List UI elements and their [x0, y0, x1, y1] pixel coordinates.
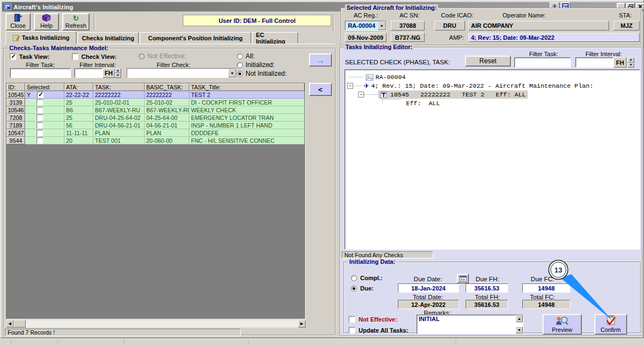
ac-reg-value: RA-00004 — [345, 21, 378, 30]
spinner-down-icon[interactable]: ▼ — [115, 73, 121, 78]
col-header-selected[interactable]: Selected: — [25, 83, 64, 91]
reset-button[interactable]: Reset — [465, 56, 511, 66]
filter-task-input[interactable] — [10, 68, 71, 78]
col-header-basic-task[interactable]: BASIC_TASK: — [145, 83, 189, 91]
not-effective-radio[interactable] — [139, 53, 145, 59]
col-header-task-title[interactable]: TASK_Title: — [189, 83, 305, 91]
cell-task-title: EMERGENCY LOCATOR TRAN — [189, 114, 305, 122]
table-row[interactable]: 10545 Y 22-22-22 22222222 22222222 TEST … — [7, 91, 305, 99]
interval-spinner[interactable]: ▲▼ — [115, 68, 121, 78]
refresh-toolbar-button[interactable]: ↻ Refresh — [62, 13, 90, 31]
tab-checks-initializing[interactable]: Checks Initializing — [77, 32, 139, 44]
cell-selected — [25, 129, 64, 137]
compl-radio[interactable] — [351, 275, 357, 281]
tab-components-position-initializing[interactable]: Component's Position Initializing — [140, 32, 251, 44]
spinner-up-icon[interactable]: ▲ — [628, 57, 634, 63]
table-row[interactable]: 7208 25 DRU-04-25-64-02 04-25-64-00 EMER… — [7, 114, 305, 122]
table-row[interactable]: 10547 11-11-11 PLAN PLAN DDDDEFE — [7, 129, 305, 137]
all-radio-label: All: — [246, 52, 255, 60]
tree-item-amp[interactable]: − ✈ 4; Rev.: 15; Date: 09-Mar-2022 - Air… — [347, 82, 593, 90]
table-row[interactable]: 7189 56 DRU-04-56-21-01 04-56-21-01 INSP… — [7, 122, 305, 129]
app-icon — [4, 3, 11, 10]
row-checkbox[interactable] — [37, 130, 43, 136]
toolbar-separator — [94, 13, 95, 31]
selected-flag: Y — [27, 92, 31, 98]
ac-reg-label: AC Reg.: — [354, 12, 378, 19]
spinner-up-icon[interactable]: ▲ — [115, 68, 121, 73]
tree-item-task[interactable]: − 10545 22222222 TEST 2 Eff: ALL — [358, 90, 528, 99]
table-row[interactable]: 3139 25 25-010-02-01 25-010-02 DI - COCK… — [7, 99, 305, 106]
chevron-down-icon[interactable]: ▼ — [378, 21, 386, 30]
not-initialized-radio[interactable] — [237, 71, 243, 77]
col-header-id[interactable]: ID: — [7, 83, 25, 91]
tab-tasks-initializing[interactable]: Tasks Initializing — [5, 31, 76, 44]
row-checkbox[interactable] — [37, 92, 44, 98]
tree-item-aircraft[interactable]: RA-00004 — [349, 73, 406, 81]
close-toolbar-button[interactable]: Close — [5, 13, 31, 31]
maintenance-model-group: Checks-Tasks Maintenance Model: Task Vie… — [3, 48, 336, 336]
move-left-button[interactable]: < — [309, 83, 332, 96]
col-header-task[interactable]: TASK: — [93, 83, 145, 91]
update-all-tasks-checkbox[interactable] — [349, 327, 355, 334]
task-view-label: Task View: — [19, 53, 50, 60]
cell-selected — [25, 122, 64, 129]
collapse-icon[interactable]: − — [347, 83, 353, 89]
ac-reg-combobox[interactable]: RA-00004 ▼ — [345, 21, 386, 31]
check-view-checkbox[interactable] — [72, 53, 79, 60]
row-checkbox[interactable] — [37, 122, 43, 129]
scrollbar-thumb[interactable] — [14, 320, 26, 328]
all-radio[interactable] — [237, 53, 243, 59]
check-task-tree[interactable]: RA-00004 − ✈ 4; Rev.: 15; Date: 09-Mar-2… — [344, 69, 640, 250]
due-radio[interactable] — [351, 286, 357, 292]
callout-13: 13 — [539, 256, 631, 332]
tab-label: Tasks Initializing — [22, 34, 69, 41]
help-label: Help — [40, 22, 53, 29]
table-hscrollbar[interactable]: ◀ ▶ — [6, 320, 306, 328]
scroll-down-icon[interactable]: ▼ — [516, 326, 523, 334]
editor-filter-interval-input[interactable] — [575, 57, 613, 68]
due-fh-input[interactable]: 35616.53 — [466, 283, 508, 293]
cell-basic-task: PLAN — [145, 129, 189, 137]
task-view-checkbox[interactable] — [10, 53, 16, 60]
scroll-up-icon[interactable]: ▲ — [516, 315, 523, 322]
chevron-down-icon[interactable]: ▼ — [228, 69, 236, 77]
cell-ata: 25 — [64, 114, 93, 122]
records-status-bar: Found 7 Records ! — [5, 329, 241, 336]
operator-name-label: Operator Name: — [503, 12, 546, 19]
cell-id: 9544 — [7, 137, 25, 144]
move-right-button[interactable]: → — [309, 53, 332, 66]
initialized-radio[interactable] — [237, 62, 243, 68]
scroll-left-icon[interactable]: ◀ — [6, 320, 14, 328]
left-arrow-icon: < — [318, 86, 323, 94]
help-toolbar-button[interactable]: Help — [34, 13, 59, 31]
tab-ec-initializing[interactable]: EC Initializing — [252, 32, 298, 44]
amp-value: 4; Rev: 15; Date: 09-Mar-2022 — [471, 34, 554, 41]
cell-task: DRU-04-56-21-01 — [93, 122, 145, 129]
remarks-value: INITIAL — [419, 316, 440, 322]
operator-name-box: AIR COMPANY — [468, 21, 609, 31]
row-checkbox[interactable] — [37, 137, 43, 144]
tree-item-effectivity[interactable]: Eff: ALL — [382, 99, 440, 107]
not-effective-checkbox[interactable] — [349, 316, 355, 323]
collapse-icon[interactable]: − — [358, 92, 364, 98]
cell-ata: 25 — [64, 99, 93, 106]
cell-task: TEST 001 — [93, 137, 145, 144]
row-checkbox[interactable] — [37, 99, 43, 106]
table-row[interactable]: 9544 20 TEST 001 20-060-00 FNC - H/L SEN… — [7, 137, 305, 144]
filter-check-dropdown[interactable]: ▼ — [127, 68, 237, 78]
row-checkbox[interactable] — [37, 107, 43, 113]
table-row[interactable]: 10546 B6 B67-WEEKLY-RU B67-WEEKLY-RU WEE… — [7, 106, 305, 114]
spinner-down-icon[interactable]: ▼ — [628, 63, 634, 68]
cell-selected — [25, 137, 64, 144]
col-header-ata[interactable]: ATA: — [64, 83, 93, 91]
cell-selected: Y — [25, 91, 64, 99]
row-checkbox[interactable] — [37, 114, 43, 121]
scroll-right-icon[interactable]: ▶ — [298, 320, 306, 328]
editor-interval-spinner[interactable]: ▲▼ — [628, 57, 634, 68]
remarks-textarea[interactable]: INITIAL ▲ ▼ — [416, 314, 523, 334]
cell-task-title: WEEKLY CHECK — [189, 106, 305, 114]
selected-check-label: SELECTED CHECK (PHASE), TASK: — [345, 59, 450, 65]
due-date-input[interactable]: 18-Jan-2024 — [398, 283, 459, 293]
editor-filter-task-input[interactable] — [514, 57, 571, 68]
filter-interval-input[interactable] — [74, 68, 103, 78]
